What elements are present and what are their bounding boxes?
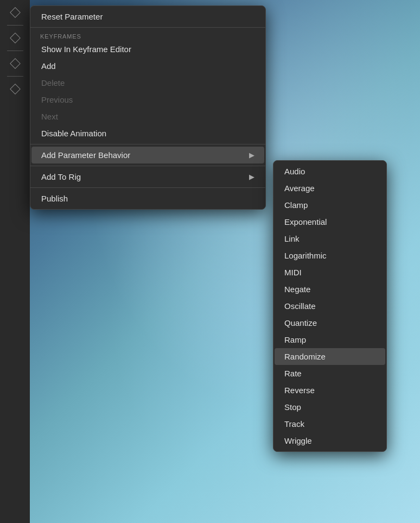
submenu-item-clamp[interactable]: Clamp — [275, 197, 385, 213]
menu-item-add[interactable]: Add — [31, 58, 264, 74]
separator-3 — [30, 166, 265, 166]
submenu-item-stop[interactable]: Stop — [275, 399, 385, 415]
submenu-item-rate[interactable]: Rate — [275, 365, 385, 382]
sidebar-line-1 — [7, 25, 23, 26]
separator-2 — [30, 144, 265, 144]
submenu-item-reverse[interactable]: Reverse — [275, 382, 385, 399]
menu-label-add-parameter-behavior: Add Parameter Behavior — [41, 150, 130, 160]
separator-1 — [30, 27, 265, 28]
submenu-item-ramp[interactable]: Ramp — [275, 331, 385, 348]
submenu-item-exponential[interactable]: Exponential — [275, 213, 385, 230]
submenu-item-quantize[interactable]: Quantize — [275, 314, 385, 331]
sidebar-diamond-2 — [10, 33, 21, 43]
submenu-item-randomize[interactable]: Randomize — [275, 348, 385, 365]
menu-label-reset-parameter: Reset Parameter — [41, 12, 103, 21]
menu-label-disable-animation: Disable Animation — [41, 129, 106, 138]
sidebar — [0, 0, 30, 523]
menu-item-publish[interactable]: Publish — [31, 190, 264, 207]
menu-label-next: Next — [41, 112, 58, 121]
menu-item-add-to-rig[interactable]: Add To Rig ▶ — [31, 168, 264, 185]
arrow-add-parameter-behavior: ▶ — [249, 151, 254, 159]
context-menu: Reset Parameter KEYFRAMES Show In Keyfra… — [30, 5, 266, 210]
menu-label-previous: Previous — [41, 95, 73, 104]
menu-label-delete: Delete — [41, 78, 65, 87]
sidebar-diamond-4 — [10, 84, 21, 94]
submenu-item-logarithmic[interactable]: Logarithmic — [275, 247, 385, 264]
arrow-add-to-rig: ▶ — [249, 173, 254, 181]
menu-item-disable-animation[interactable]: Disable Animation — [31, 125, 264, 142]
submenu-item-link[interactable]: Link — [275, 230, 385, 247]
menu-item-reset-parameter[interactable]: Reset Parameter — [31, 8, 264, 25]
submenu-item-oscillate[interactable]: Oscillate — [275, 298, 385, 314]
submenu-item-audio[interactable]: Audio — [275, 163, 385, 180]
submenu-item-negate[interactable]: Negate — [275, 281, 385, 298]
menu-item-previous: Previous — [31, 91, 264, 108]
submenu-item-midi[interactable]: MIDI — [275, 264, 385, 281]
submenu-item-wriggle[interactable]: Wriggle — [275, 432, 385, 449]
submenu-parameter-behavior: Audio Average Clamp Exponential Link Log… — [273, 160, 387, 452]
menu-label-add-to-rig: Add To Rig — [41, 172, 81, 181]
sidebar-diamond-3 — [10, 58, 21, 69]
menu-label-publish: Publish — [41, 194, 68, 203]
menu-section-keyframes: KEYFRAMES — [30, 30, 265, 41]
submenu-item-track[interactable]: Track — [275, 415, 385, 432]
menu-label-show-keyframe-editor: Show In Keyframe Editor — [41, 45, 131, 54]
menu-item-next: Next — [31, 108, 264, 125]
menu-item-add-parameter-behavior[interactable]: Add Parameter Behavior ▶ — [31, 147, 264, 163]
sidebar-line-2 — [7, 51, 23, 51]
menu-label-add: Add — [41, 61, 56, 71]
submenu-item-average[interactable]: Average — [275, 180, 385, 197]
sidebar-diamond-1 — [10, 7, 21, 18]
sidebar-line-3 — [7, 76, 23, 77]
menu-item-show-keyframe-editor[interactable]: Show In Keyframe Editor — [31, 41, 264, 58]
menu-item-delete: Delete — [31, 74, 264, 91]
separator-4 — [30, 187, 265, 188]
